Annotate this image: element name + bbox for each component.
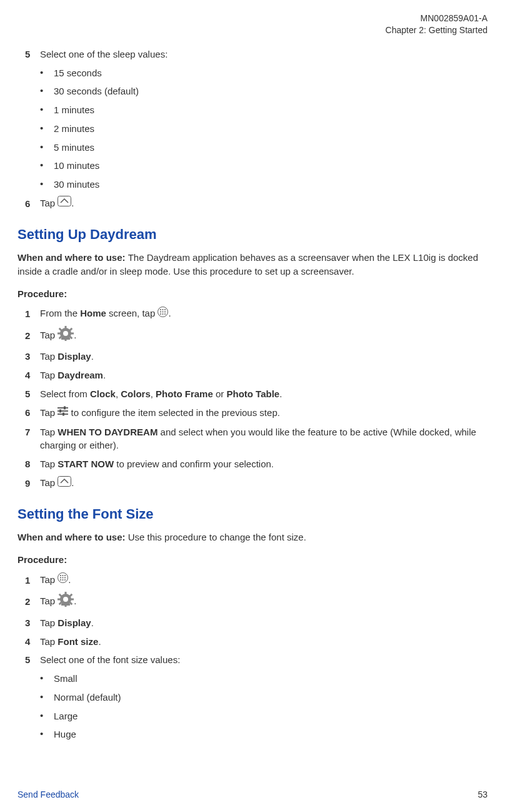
fontsize-step-4: 4 Tap Font size. (25, 635, 488, 649)
step-text: Tap Font size. (40, 635, 488, 649)
svg-point-7 (164, 311, 166, 312)
page-footer: Send Feedback 53 (18, 788, 488, 801)
svg-point-4 (164, 309, 166, 310)
fontsize-step-2: 2 Tap . (25, 592, 488, 611)
step-number: 8 (25, 457, 40, 471)
home-icon (58, 476, 71, 490)
step-text: Tap START NOW to preview and confirm you… (40, 457, 488, 471)
list-item: •30 minutes (40, 178, 488, 191)
step-number: 3 (25, 350, 40, 363)
step-number: 4 (25, 368, 40, 382)
daydream-step-5: 5 Select from Clock, Colors, Photo Frame… (25, 387, 488, 401)
step-number: 5 (25, 653, 40, 667)
svg-rect-28 (58, 476, 71, 486)
daydream-step-3: 3 Tap Display. (25, 350, 488, 363)
svg-point-9 (162, 313, 164, 315)
settings-icon (58, 592, 74, 611)
step-text: Tap . (40, 196, 488, 211)
step-number: 6 (25, 197, 40, 211)
fontsize-step-3: 3 Tap Display. (25, 616, 488, 630)
daydream-step-6: 6 Tap to configure the item selected in … (25, 406, 488, 420)
step-number: 4 (25, 635, 40, 649)
svg-point-2 (160, 309, 161, 310)
heading-setting-up-daydream: Setting Up Daydream (18, 225, 488, 245)
step-text: Tap . (40, 573, 488, 587)
step-text: Select one of the sleep values: (40, 48, 488, 61)
svg-point-30 (60, 575, 61, 576)
list-item: •10 minutes (40, 159, 488, 173)
document-id: MN002859A01-A (18, 13, 488, 24)
apps-grid-icon (158, 307, 168, 321)
step-text: Tap . (40, 476, 488, 490)
svg-rect-21 (61, 338, 70, 340)
step-text: Select one of the font size values: (40, 653, 488, 667)
step-number: 6 (25, 406, 40, 420)
procedure-label: Procedure: (18, 287, 488, 301)
daydream-step-2: 2 Tap . (25, 327, 488, 345)
step-number: 1 (25, 574, 40, 587)
step-text: Tap . (40, 327, 488, 345)
daydream-step-4: 4 Tap Daydream. (25, 368, 488, 382)
sleep-step-6: 6 Tap . (25, 196, 488, 211)
step-number: 5 (25, 48, 40, 61)
list-item: •30 seconds (default) (40, 84, 488, 98)
list-item: •Huge (40, 728, 488, 741)
list-item: •5 minutes (40, 141, 488, 155)
svg-rect-44 (71, 599, 74, 601)
sliders-icon (58, 406, 68, 420)
fontsize-when-paragraph: When and where to use: Use this procedur… (18, 530, 488, 544)
step-number: 2 (25, 329, 40, 343)
settings-icon (58, 326, 74, 345)
step-number: 9 (25, 477, 40, 490)
procedure-label: Procedure: (18, 553, 488, 567)
svg-point-3 (162, 309, 164, 310)
daydream-step-7: 7 Tap WHEN TO DAYDREAM and select when y… (25, 425, 488, 453)
list-item: •Small (40, 672, 488, 686)
svg-rect-41 (65, 592, 67, 595)
list-item: •Normal (default) (40, 691, 488, 704)
font-values-list: •Small •Normal (default) •Large •Huge (40, 672, 488, 741)
step-number: 5 (25, 387, 40, 401)
daydream-step-9: 9 Tap . (25, 476, 488, 490)
list-item: •2 minutes (40, 122, 488, 136)
step-number: 3 (25, 616, 40, 630)
sleep-step-5: 5 Select one of the sleep values: (25, 48, 488, 61)
svg-rect-13 (65, 326, 67, 329)
svg-rect-15 (58, 332, 61, 334)
svg-point-6 (162, 311, 164, 312)
list-item: •Large (40, 709, 488, 723)
step-text: Tap Daydream. (40, 368, 488, 382)
list-item: •15 seconds (40, 66, 488, 80)
heading-setting-font-size: Setting the Font Size (18, 504, 488, 524)
daydream-when-paragraph: When and where to use: The Daydream appl… (18, 251, 488, 278)
svg-rect-23 (64, 406, 66, 409)
step-text: Tap WHEN TO DAYDREAM and select when you… (40, 425, 488, 453)
step-number: 2 (25, 595, 40, 609)
svg-rect-0 (58, 196, 71, 206)
svg-rect-16 (71, 332, 74, 334)
svg-point-36 (60, 579, 61, 581)
svg-point-40 (63, 597, 68, 602)
svg-point-31 (62, 575, 64, 576)
step-text: Tap Display. (40, 350, 488, 363)
home-icon (58, 196, 71, 210)
send-feedback-link[interactable]: Send Feedback (18, 788, 79, 801)
daydream-step-1: 1 From the Home screen, tap . (25, 307, 488, 321)
step-text: Tap Display. (40, 616, 488, 630)
svg-point-5 (160, 311, 161, 312)
svg-point-10 (164, 313, 166, 315)
chapter-label: Chapter 2: Getting Started (18, 24, 488, 36)
svg-rect-27 (62, 412, 64, 415)
apps-grid-icon (58, 572, 68, 587)
step-text: Tap . (40, 592, 488, 611)
page-number: 53 (478, 788, 488, 801)
page-header: MN002859A01-A Chapter 2: Getting Started (18, 13, 488, 36)
svg-rect-25 (59, 409, 61, 412)
list-item: •1 minutes (40, 103, 488, 117)
svg-point-32 (64, 575, 66, 576)
step-text: Select from Clock, Colors, Photo Frame o… (40, 387, 488, 401)
svg-point-34 (62, 577, 64, 579)
daydream-step-8: 8 Tap START NOW to preview and confirm y… (25, 457, 488, 471)
fontsize-step-5: 5 Select one of the font size values: (25, 653, 488, 667)
svg-point-38 (64, 579, 66, 581)
